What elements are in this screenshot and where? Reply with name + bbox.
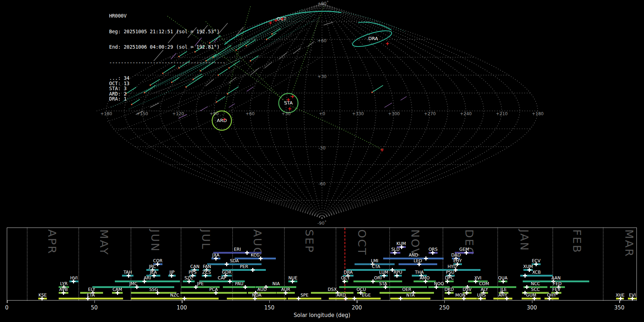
shower-label-ERI: ERI bbox=[234, 247, 241, 252]
lon-label: +180 bbox=[532, 111, 544, 116]
shower-label-COM: COM bbox=[479, 281, 489, 286]
shower-label-LYR: LYR bbox=[60, 281, 68, 286]
shower-label-ARD: ARD bbox=[337, 293, 346, 298]
shower-label-KUM: KUM bbox=[396, 241, 406, 246]
shower-label-JLE: JLE bbox=[501, 287, 507, 292]
count-dotdotdot: ...: 34 bbox=[109, 75, 225, 81]
lon-label: +300 bbox=[388, 111, 400, 116]
shower-label-SSG: SSG bbox=[149, 287, 158, 292]
peak-marker-EGE bbox=[352, 297, 356, 301]
shower-label-NCC: NCC bbox=[531, 281, 540, 286]
shower-bar-NTA bbox=[390, 298, 430, 299]
lon-label: +90 bbox=[210, 111, 219, 116]
month-label-FEB: FEB bbox=[571, 229, 582, 254]
current-sol-line bbox=[345, 228, 345, 300]
shower-label-EGE: EGE bbox=[362, 293, 371, 298]
shower-label-ALY: ALY bbox=[480, 287, 488, 292]
grid-meridian bbox=[322, 4, 394, 218]
grid-meridian bbox=[322, 4, 466, 218]
shower-label-SZC: SZC bbox=[184, 275, 193, 280]
shower-label-AUD: AUD bbox=[257, 287, 267, 292]
shower-label-XUM: XUM bbox=[523, 264, 533, 269]
shower-label-NDA: NDA bbox=[252, 293, 261, 298]
shower-bar-SDA bbox=[207, 263, 262, 265]
shower-label-GUM: GUM bbox=[526, 293, 536, 298]
meteor-streak bbox=[229, 61, 240, 68]
lon-label: +210 bbox=[496, 111, 508, 116]
shower-label-JXA: JXA bbox=[212, 253, 219, 258]
shower-label-DSX: DSX bbox=[328, 287, 337, 292]
x-tick-50 bbox=[94, 301, 95, 303]
meteor-streak bbox=[265, 62, 272, 68]
grid-meridian bbox=[322, 4, 358, 218]
shower-label-KSE: KSE bbox=[39, 293, 47, 298]
shower-bar-MON bbox=[444, 298, 477, 299]
lon-label: +120 bbox=[172, 111, 184, 116]
shower-label-PSU: PSU bbox=[446, 270, 454, 275]
shower-label-NOO: NOO bbox=[434, 281, 444, 286]
streak-origin-dot bbox=[271, 33, 273, 35]
shower-bar-ETA bbox=[59, 298, 123, 299]
shower-label-GDR: GDR bbox=[222, 270, 231, 275]
shower-label-DSV: DSV bbox=[463, 287, 472, 292]
peak-marker-ERI bbox=[245, 251, 249, 255]
shower-bar-NZC bbox=[131, 298, 219, 299]
lat-label: +60 bbox=[317, 38, 326, 43]
x-tick-label-100: 100 bbox=[177, 304, 187, 311]
streak-origin-dot bbox=[228, 67, 230, 69]
shower-label-PAU: PAU bbox=[235, 281, 243, 286]
shower-label-DAD: DAD bbox=[451, 253, 460, 258]
shower-label-LUM: LUM bbox=[379, 270, 388, 275]
meteor-streak bbox=[385, 103, 392, 107]
shower-label-NTA: NTA bbox=[406, 293, 415, 298]
meteor-streak bbox=[250, 56, 258, 61]
grid-meridian bbox=[250, 4, 322, 218]
shower-label-EVI: EVI bbox=[629, 293, 636, 298]
shower-label-AAN: AAN bbox=[551, 275, 561, 280]
grid-meridian bbox=[322, 4, 376, 218]
shower-label-XCB: XCB bbox=[532, 270, 541, 275]
x-tick-label-50: 50 bbox=[91, 304, 98, 311]
shower-label-EHY: EHY bbox=[453, 258, 462, 263]
month-boundary-MAR bbox=[603, 228, 604, 300]
shower-label-URS: URS bbox=[477, 293, 486, 298]
shower-bar-AHY bbox=[493, 298, 512, 299]
shower-bar-JMC bbox=[92, 286, 174, 288]
shower-label-LEO: LEO bbox=[414, 258, 422, 263]
meteor-streak bbox=[324, 22, 333, 25]
peak-marker-SPE bbox=[297, 297, 301, 301]
month-label-APR: APR bbox=[47, 229, 58, 254]
lon-label: +60 bbox=[245, 111, 254, 116]
count-ARD: ARD: 2 bbox=[109, 91, 225, 97]
count-STA: STA: 3 bbox=[109, 86, 225, 91]
x-tick-250 bbox=[444, 301, 445, 303]
shower-bar-EGE bbox=[352, 298, 381, 299]
shower-label-HYD: HYD bbox=[448, 264, 457, 269]
shower-label-CAN: CAN bbox=[190, 264, 200, 269]
shower-label-CAM: CAM bbox=[112, 287, 122, 292]
streak-origin-dot bbox=[371, 92, 373, 93]
count-OCT: OCT: 13 bbox=[109, 81, 225, 86]
lat-label: -90˚ bbox=[317, 220, 327, 226]
meteor-streak bbox=[372, 86, 383, 92]
shower-label-SCC: SCC bbox=[531, 287, 540, 292]
shower-label-ZCS: ZCS bbox=[202, 270, 211, 275]
month-boundary-MAY bbox=[78, 228, 79, 300]
lat-label: -30 bbox=[318, 146, 326, 151]
shower-label-ORS: ORS bbox=[429, 247, 438, 252]
shower-label-JEA: JEA bbox=[150, 270, 157, 275]
shower-bar-ARI bbox=[115, 280, 180, 282]
shower-label-TAH: TAH bbox=[123, 270, 132, 275]
peak-marker-AND bbox=[424, 257, 428, 260]
x-tick-label-150: 150 bbox=[264, 304, 274, 311]
peak-marker-SDA bbox=[225, 262, 229, 266]
month-label-OCT: OCT bbox=[356, 229, 367, 256]
shower-label-GEM: GEM bbox=[459, 247, 469, 252]
shower-bar-SSG bbox=[131, 292, 176, 294]
grid-meridian bbox=[286, 4, 322, 218]
shower-bar-ARD bbox=[329, 298, 353, 299]
lon-label: +30 bbox=[282, 111, 291, 116]
shower-label-AND: AND bbox=[409, 253, 418, 258]
month-label-JUL: JUL bbox=[200, 229, 211, 250]
shower-label-COR: COR bbox=[153, 258, 162, 263]
